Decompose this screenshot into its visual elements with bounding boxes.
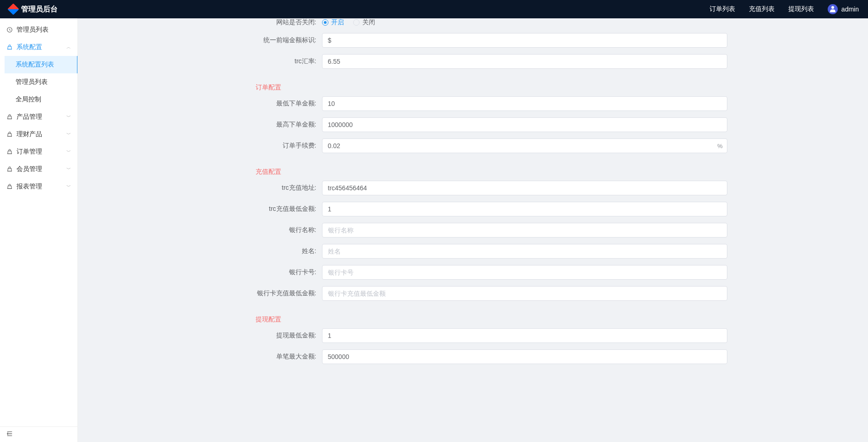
sidebar-item-report-mgmt[interactable]: 报表管理 ﹀ [0, 178, 77, 195]
bag-icon [6, 114, 13, 120]
brand-title: 管理员后台 [21, 5, 58, 14]
bag-icon [6, 183, 13, 190]
radio-icon [353, 19, 360, 26]
input-bank-card[interactable] [322, 265, 727, 280]
user-menu[interactable]: admin [828, 4, 859, 14]
header-right: 订单列表 充值列表 提现列表 admin [710, 4, 859, 14]
row-order-fee: 订单手续费: % [219, 138, 727, 153]
label-bank-card: 银行卡号: [219, 268, 322, 276]
row-withdraw-min: 提现最低金额: [219, 328, 727, 343]
label-trc-rate: trc汇率: [219, 57, 322, 66]
chevron-up-icon: ︿ [66, 44, 71, 50]
submenu-item-global[interactable]: 全局控制 [5, 91, 77, 108]
section-title-recharge: 充值配置 [219, 160, 727, 181]
nav-withdraw[interactable]: 提现列表 [788, 5, 814, 13]
label-order-fee: 订单手续费: [219, 142, 322, 150]
nav-recharge[interactable]: 充值列表 [749, 5, 775, 13]
label-trc-addr: trc充值地址: [219, 184, 322, 192]
input-withdraw-min[interactable] [322, 328, 727, 343]
bag-icon [6, 131, 13, 138]
submenu-item-admin-list[interactable]: 管理员列表 [5, 73, 77, 91]
submenu-item-config-list[interactable]: 系统配置列表 [5, 56, 78, 73]
sidebar-item-member-mgmt[interactable]: 会员管理 ﹀ [0, 160, 77, 178]
chevron-down-icon: ﹀ [66, 166, 71, 172]
clock-icon [6, 27, 13, 33]
row-site-closed: 网站是否关闭: 开启 关闭 [219, 18, 727, 27]
row-max-order: 最高下单金额: [219, 117, 727, 132]
bag-icon [6, 44, 13, 50]
sidebar-item-product-mgmt[interactable]: 产品管理 ﹀ [0, 108, 77, 126]
sidebar-item-label: 系统配置 [16, 43, 42, 51]
brand-area: 管理员后台 [9, 5, 58, 14]
sidebar-item-label: 报表管理 [16, 182, 42, 191]
sidebar-item-label: 管理员列表 [16, 26, 49, 34]
row-trc-rate: trc汇率: [219, 54, 727, 69]
avatar-icon [828, 4, 838, 14]
row-trc-addr: trc充值地址: [219, 181, 727, 195]
radio-label: 开启 [331, 18, 344, 27]
config-form: 网站是否关闭: 开启 关闭 统一前端金额标识: trc汇率: 订单配置 最低 [219, 18, 727, 364]
label-bank-name: 银行名称: [219, 226, 322, 234]
row-currency-prefix: 统一前端金额标识: [219, 33, 727, 48]
user-name: admin [841, 6, 859, 13]
input-min-order[interactable] [322, 96, 727, 111]
sidebar-item-finance-product[interactable]: 理财产品 ﹀ [0, 126, 77, 143]
row-name: 姓名: [219, 244, 727, 259]
sidebar-item-label: 产品管理 [16, 113, 42, 121]
input-bank-min[interactable] [322, 286, 727, 301]
submenu-sys-config: 系统配置列表 管理员列表 全局控制 [0, 56, 77, 108]
input-trc-rate[interactable] [322, 54, 727, 69]
row-min-order: 最低下单金额: [219, 96, 727, 111]
row-withdraw-max: 单笔最大金额: [219, 349, 727, 364]
input-trc-min[interactable] [322, 202, 727, 216]
logo-icon [7, 3, 19, 15]
sidebar-item-sys-config[interactable]: 系统配置 ︿ [0, 39, 77, 56]
sidebar-menu: 管理员列表 系统配置 ︿ 系统配置列表 管理员列表 全局控制 产品管理 [0, 18, 77, 380]
radio-label: 关闭 [362, 18, 375, 27]
header-nav: 订单列表 充值列表 提现列表 [710, 5, 814, 13]
sidebar-item-label: 理财产品 [16, 130, 42, 138]
sidebar: 管理员列表 系统配置 ︿ 系统配置列表 管理员列表 全局控制 产品管理 [0, 18, 78, 380]
row-bank-name: 银行名称: [219, 223, 727, 238]
input-currency-prefix[interactable] [322, 33, 727, 48]
label-site-closed: 网站是否关闭: [219, 18, 322, 27]
section-title-withdraw: 提现配置 [219, 307, 727, 328]
label-max-order: 最高下单金额: [219, 121, 322, 129]
label-withdraw-min: 提现最低金额: [219, 332, 322, 340]
bag-icon [6, 166, 13, 172]
chevron-down-icon: ﹀ [66, 183, 71, 190]
label-bank-min: 银行卡充值最低金额: [219, 289, 322, 298]
section-title-order: 订单配置 [219, 75, 727, 96]
sidebar-item-admin-list[interactable]: 管理员列表 [0, 21, 77, 39]
label-currency-prefix: 统一前端金额标识: [219, 36, 322, 44]
row-trc-min: trc充值最低金额: [219, 202, 727, 216]
input-order-fee[interactable] [322, 138, 727, 153]
chevron-down-icon: ﹀ [66, 114, 71, 120]
radio-group-site-closed: 开启 关闭 [322, 18, 727, 27]
bag-icon [6, 149, 13, 155]
input-trc-addr[interactable] [322, 181, 727, 195]
input-withdraw-max[interactable] [322, 349, 727, 364]
label-min-order: 最低下单金额: [219, 99, 322, 108]
chevron-down-icon: ﹀ [66, 149, 71, 155]
radio-close[interactable]: 关闭 [353, 18, 375, 27]
row-bank-min: 银行卡充值最低金额: [219, 286, 727, 301]
input-bank-name[interactable] [322, 223, 727, 238]
label-withdraw-max: 单笔最大金额: [219, 353, 322, 361]
main-content: 网站是否关闭: 开启 关闭 统一前端金额标识: trc汇率: 订单配置 最低 [78, 18, 868, 380]
label-name: 姓名: [219, 247, 322, 255]
suffix-percent: % [717, 143, 723, 149]
chevron-down-icon: ﹀ [66, 131, 71, 138]
input-max-order[interactable] [322, 117, 727, 132]
radio-open[interactable]: 开启 [322, 18, 344, 27]
top-header: 管理员后台 订单列表 充值列表 提现列表 admin [0, 0, 868, 18]
nav-orders[interactable]: 订单列表 [710, 5, 735, 13]
radio-icon [322, 19, 328, 26]
label-trc-min: trc充值最低金额: [219, 205, 322, 213]
sidebar-item-label: 会员管理 [16, 165, 42, 173]
sidebar-item-order-mgmt[interactable]: 订单管理 ﹀ [0, 143, 77, 160]
input-name[interactable] [322, 244, 727, 259]
row-bank-card: 银行卡号: [219, 265, 727, 280]
sidebar-item-label: 订单管理 [16, 148, 42, 156]
